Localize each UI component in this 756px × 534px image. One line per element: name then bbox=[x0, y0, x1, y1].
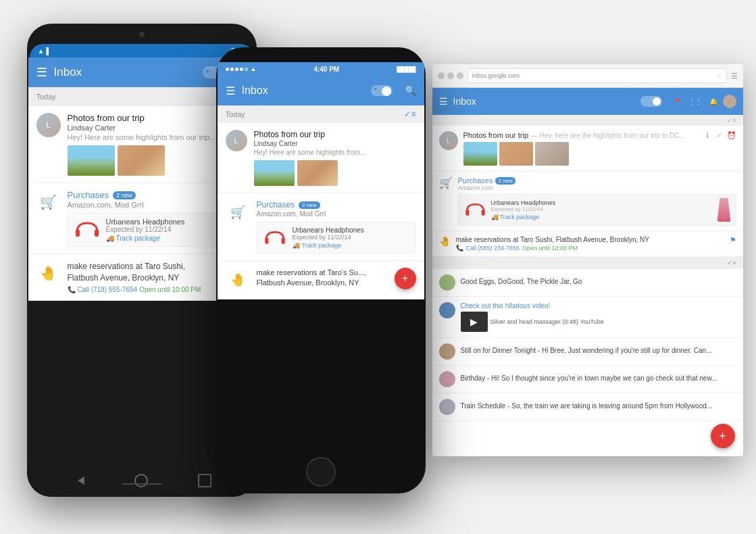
svg-rect-0 bbox=[76, 230, 80, 237]
ios-photo-thumb-food bbox=[297, 160, 338, 186]
browser-track-label: Track package bbox=[500, 214, 540, 220]
browser-address-bar[interactable]: inbox.google.com ☆ bbox=[468, 68, 727, 83]
android-status-icons: ▲ ▌ bbox=[38, 47, 51, 55]
browser-avatar-good-eggs bbox=[439, 274, 455, 291]
call-label: Call bbox=[78, 286, 89, 293]
ios-dot-5 bbox=[245, 68, 248, 71]
browser-email-text-train: Train Schedule - So, the train we are ta… bbox=[461, 402, 713, 410]
browser-email-content-video: Check out this hilarious video! ▶ Silver… bbox=[461, 302, 736, 332]
android-today-label: Today bbox=[36, 93, 56, 101]
svg-rect-5 bbox=[481, 210, 484, 216]
browser-dress-illustration bbox=[717, 198, 731, 222]
svg-rect-1 bbox=[95, 230, 99, 237]
ios-battery-icon: █████ bbox=[397, 66, 415, 72]
browser-call-label: Call (555) 234-7656 bbox=[466, 245, 520, 251]
browser-window-controls bbox=[438, 72, 463, 79]
menu-icon[interactable]: ☰ bbox=[36, 65, 47, 80]
browser-email-birthday[interactable]: Birthday - Hi! So I thought since you're… bbox=[432, 366, 743, 393]
purchases-icon: 🛒 bbox=[36, 190, 61, 214]
browser-check-icon-photos[interactable]: ✓ bbox=[715, 131, 724, 141]
browser-info-icon[interactable]: ℹ bbox=[703, 131, 712, 141]
browser-address-text: inbox.google.com bbox=[472, 72, 520, 79]
browser-minimize-dot[interactable] bbox=[447, 72, 454, 79]
browser-location-icon[interactable]: 📍 bbox=[673, 98, 681, 105]
browser-maximize-dot[interactable] bbox=[457, 72, 463, 79]
svg-rect-4 bbox=[465, 210, 469, 216]
browser-email-text-birthday: Birthday - Hi! So I thought since you're… bbox=[461, 374, 717, 382]
ios-track-link[interactable]: 🚚 Track package bbox=[293, 242, 410, 249]
ios-dot-4 bbox=[240, 68, 243, 71]
ios-status-bar: ▲ 4:40 PM █████ bbox=[218, 62, 424, 76]
ios-avatar-initial: L bbox=[234, 137, 238, 145]
browser-grid-icon[interactable]: ⋮⋮ bbox=[688, 98, 702, 105]
browser-clock-icon[interactable]: ⏰ bbox=[727, 131, 736, 141]
avatar-initial: L bbox=[46, 120, 51, 130]
browser-headphone-svg bbox=[463, 201, 487, 218]
browser-check-icon: ✓≡ bbox=[727, 117, 736, 124]
reminder-content-android: make reservations at Taro Sushi, Flatbus… bbox=[68, 261, 216, 293]
browser-email-content-good-eggs: Good Eggs, DoGood, The Pickle Jar, Go bbox=[461, 274, 736, 287]
browser-close-dot[interactable] bbox=[438, 72, 445, 79]
browser-bell-icon[interactable]: 🔔 bbox=[709, 98, 717, 105]
purchases-label: Purchases bbox=[68, 190, 109, 200]
browser-reminder-call-row[interactable]: 📞 Call (555) 234-7656 Open until 10:00 P… bbox=[456, 245, 724, 251]
ios-appbar: ☰ Inbox ★ 🔍 bbox=[218, 76, 424, 105]
browser-purchases-cart-icon: 🛒 bbox=[439, 176, 453, 226]
browser-toggle-switch[interactable] bbox=[640, 96, 662, 107]
browser-star-icon[interactable]: ☆ bbox=[716, 72, 722, 80]
android-back-icon[interactable] bbox=[72, 477, 84, 485]
ios-dot-3 bbox=[235, 68, 238, 71]
browser-thumb-food bbox=[499, 142, 533, 166]
browser-avatar-icon[interactable] bbox=[723, 95, 736, 108]
reminder-call-android[interactable]: 📞 Call (718) 555-7654 Open until 10:00 P… bbox=[68, 286, 216, 293]
svg-rect-2 bbox=[265, 238, 268, 244]
ios-bundle-purchases[interactable]: 🛒 Purchases 2 new Amazon.com, Mod Grrl bbox=[218, 193, 424, 261]
browser-email-video[interactable]: Check out this hilarious video! ▶ Silver… bbox=[432, 297, 743, 338]
browser-email-actions-photos: ℹ ✓ ⏰ bbox=[703, 131, 736, 141]
reminder-icon: 🤚 bbox=[36, 261, 61, 285]
browser-purchases-sub: Amazon.com bbox=[458, 185, 736, 191]
browser-package-info: Urbanears Headphones Expected by 11/22/1… bbox=[491, 199, 713, 220]
ios-toggle-star-icon: ★ bbox=[373, 86, 378, 92]
browser-email-video-link: Check out this hilarious video! bbox=[461, 302, 736, 310]
ios-search-icon[interactable]: 🔍 bbox=[405, 85, 416, 96]
ios-toggle-switch[interactable]: ★ bbox=[371, 85, 393, 96]
browser-appbar-menu-icon[interactable]: ☰ bbox=[439, 96, 448, 107]
toggle-star-icon: ★ bbox=[205, 68, 210, 74]
ios-package-info: Urbanears Headphones Expected by 11/22/1… bbox=[293, 226, 410, 249]
browser-email-dinner[interactable]: Still on for Dinner Tonight - Hi Bree, J… bbox=[432, 338, 743, 366]
browser-video-text: Check out this hilarious video! bbox=[461, 302, 551, 310]
browser-reminder-content-taro: make reservations at Taro Sushi, Flatbus… bbox=[456, 236, 724, 251]
browser-reminder-text-taro: make reservations at Taro Sushi, Flatbus… bbox=[456, 236, 724, 243]
ios-reminder-content: make reservations at Taro's Su..., Flatb… bbox=[257, 268, 388, 289]
browser-reminder-taro[interactable]: 🤚 make reservations at Taro Sushi, Flatb… bbox=[432, 231, 743, 257]
browser-menu-icon[interactable]: ☰ bbox=[731, 72, 738, 80]
browser-email-photos[interactable]: L Photos from our trip — Hey, here are t… bbox=[432, 126, 743, 172]
browser-avatar-train bbox=[439, 399, 455, 415]
ios-fab[interactable]: + bbox=[395, 268, 416, 289]
browser-reminder-hand-icon: 🤚 bbox=[439, 236, 451, 247]
photo-thumb-food bbox=[118, 145, 165, 176]
open-status: Open until 10:00 PM bbox=[139, 286, 201, 293]
browser-bundle-header: Purchases 2 new bbox=[458, 176, 736, 185]
ios-check-all-icon[interactable]: ✓≡ bbox=[404, 110, 415, 119]
iphone-home-button[interactable] bbox=[306, 457, 336, 487]
browser-email-good-eggs[interactable]: Good Eggs, DoGood, The Pickle Jar, Go bbox=[432, 269, 743, 297]
ios-email-photos[interactable]: L Photos from our trip Lindsay Carter He… bbox=[218, 123, 424, 193]
browser-bundle-purchases[interactable]: 🛒 Purchases 2 new Amazon.com bbox=[432, 172, 743, 231]
browser-check-row: ✓≡ bbox=[432, 115, 743, 126]
browser-video-info: Silver and head massager (0:48) YouTube bbox=[490, 318, 604, 325]
browser-fab[interactable]: + bbox=[711, 424, 735, 448]
ios-menu-icon[interactable]: ☰ bbox=[226, 84, 235, 97]
android-home-icon[interactable] bbox=[134, 474, 148, 487]
ios-inbox-title: Inbox bbox=[242, 84, 371, 97]
browser-reminder-flag-icon[interactable]: ⚑ bbox=[730, 236, 736, 245]
wifi-icon: ▲ bbox=[38, 47, 45, 55]
android-recents-icon[interactable] bbox=[198, 474, 211, 487]
ios-bundle-content: Purchases 2 new Amazon.com, Mod Grrl bbox=[257, 200, 416, 253]
ios-reminder-item[interactable]: 🤚 make reservations at Taro's Su..., Fla… bbox=[218, 261, 424, 299]
browser-chrome: inbox.google.com ☆ ☰ bbox=[432, 64, 743, 88]
browser-email-content-dinner: Still on for Dinner Tonight - Hi Bree, J… bbox=[461, 343, 736, 356]
browser-track-link[interactable]: 🚚 Track package bbox=[491, 214, 713, 220]
browser-email-train[interactable]: Train Schedule - So, the train we are ta… bbox=[432, 393, 743, 421]
